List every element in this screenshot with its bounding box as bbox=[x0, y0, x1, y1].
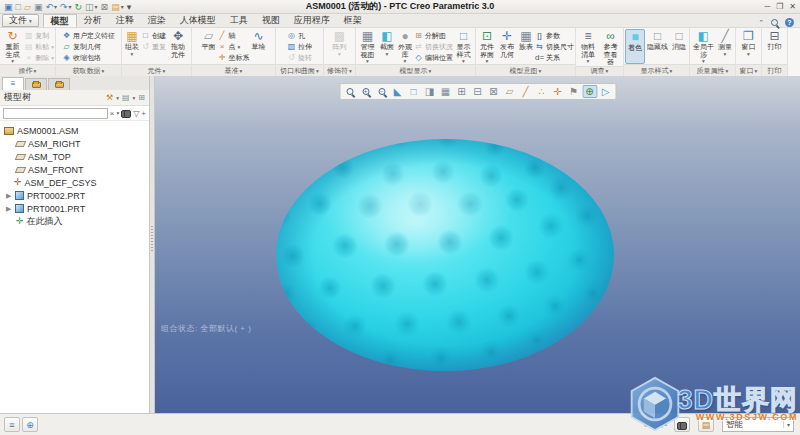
creo-window-button[interactable]: ▣ bbox=[4, 2, 13, 12]
datum-csys-button[interactable]: ✛ bbox=[550, 85, 565, 98]
datum-planes-button[interactable]: ▱ bbox=[502, 85, 517, 98]
hole-button[interactable]: ◎孔 bbox=[287, 30, 312, 41]
group-label-model-display[interactable]: 模型显示▾ bbox=[356, 64, 475, 76]
toggle-model-tree-button[interactable]: ≡ bbox=[4, 417, 20, 432]
edit-position-button[interactable]: ◇编辑位置 bbox=[414, 52, 453, 63]
tree-search-input[interactable] bbox=[3, 108, 108, 119]
datum-point-button[interactable]: ×点▾ bbox=[218, 41, 250, 52]
tab-applications[interactable]: 应用程序 bbox=[287, 14, 337, 27]
reference-viewer-button[interactable]: ∞ 参考查看器 bbox=[599, 29, 622, 66]
orient-mode-button[interactable]: ▷ bbox=[598, 85, 613, 98]
switch-dims-button[interactable]: ⇆切换尺寸 bbox=[535, 41, 574, 52]
find-icon[interactable] bbox=[121, 110, 131, 116]
manage-views-button[interactable]: ▦ 管理视图▾ bbox=[357, 29, 378, 64]
print-button[interactable]: ⊟ 打印 bbox=[766, 29, 784, 64]
tree-item-asm-def-csys[interactable]: ✛ASM_DEF_CSYS bbox=[0, 176, 149, 189]
help-icon[interactable]: ? bbox=[785, 18, 794, 27]
datum-plane-button[interactable]: ▱ 平面 bbox=[200, 29, 218, 64]
exploded-view-button[interactable]: ⊞分解图 bbox=[414, 30, 453, 41]
appearance-gallery-button[interactable]: ● 外观库▾ bbox=[396, 29, 414, 64]
new-button[interactable]: □ bbox=[16, 2, 21, 12]
group-label-model-intent[interactable]: 模型意图▾ bbox=[476, 64, 575, 76]
zoom-in-button[interactable]: + bbox=[358, 85, 373, 98]
maximize-icon[interactable]: ❐ bbox=[776, 2, 783, 11]
group-label-operations[interactable]: 操作▾ bbox=[0, 64, 55, 76]
repeat-button[interactable]: ↺重复 bbox=[141, 41, 166, 52]
navigator-tab-folder-browser[interactable] bbox=[25, 78, 47, 90]
global-interference-button[interactable]: ◧ 全局干涉▾ bbox=[691, 29, 716, 64]
save-button[interactable]: ▣ bbox=[34, 2, 43, 12]
tab-analysis[interactable]: 分析 bbox=[77, 14, 109, 27]
tree-item-prt0001[interactable]: ▶PRT0001.PRT bbox=[0, 202, 149, 215]
model-golf-ball[interactable] bbox=[155, 76, 798, 413]
datum-axes-button[interactable]: ╱ bbox=[518, 85, 533, 98]
saved-orientations-button[interactable]: ◨ bbox=[422, 85, 437, 98]
tab-annotate[interactable]: 注释 bbox=[109, 14, 141, 27]
sketch-button[interactable]: ∿ 草绘 bbox=[250, 29, 268, 64]
extrude-button[interactable]: ▧拉伸 bbox=[287, 41, 312, 52]
customize-button[interactable]: ▾ bbox=[127, 2, 132, 12]
assemble-button[interactable]: ▦ 组装▾ bbox=[123, 29, 141, 64]
clear-search-icon[interactable]: × bbox=[110, 109, 115, 118]
select-working-directory-button[interactable]: ▤▾ bbox=[111, 2, 124, 12]
add-filter-icon[interactable]: + bbox=[141, 109, 146, 118]
group-label-mass-properties[interactable]: 质量属性▾ bbox=[690, 64, 735, 76]
file-menu-button[interactable]: 文件▾ bbox=[2, 14, 39, 27]
undo-button[interactable]: ↶▾ bbox=[45, 2, 57, 12]
datum-axis-button[interactable]: ╱轴 bbox=[218, 30, 250, 41]
shrinkwrap-button[interactable]: ◈收缩包络 bbox=[62, 52, 115, 63]
group-label-cut-surface[interactable]: 切口和曲面▾ bbox=[276, 64, 323, 76]
tab-view[interactable]: 视图 bbox=[255, 14, 287, 27]
filter-icon[interactable]: ▽ bbox=[133, 109, 139, 118]
section-button[interactable]: ◧ 截面▾ bbox=[378, 29, 396, 64]
tree-settings-icon[interactable]: ⚒ bbox=[106, 93, 113, 102]
redo-button[interactable]: ↷▾ bbox=[60, 2, 72, 12]
publish-geometry-button[interactable]: ✛ 发布几何 bbox=[497, 29, 517, 64]
tab-model[interactable]: 模型 bbox=[43, 14, 77, 27]
group-label-window[interactable]: 窗口▾ bbox=[736, 64, 761, 76]
minimize-ribbon-icon[interactable]: ⌃ bbox=[758, 19, 764, 27]
family-table-button[interactable]: ▦ 族表 bbox=[517, 29, 535, 64]
hidden-line-button[interactable]: □ 隐藏线 bbox=[645, 29, 670, 64]
zoom-out-button[interactable]: − bbox=[374, 85, 389, 98]
capture-button[interactable]: ⊠ bbox=[486, 85, 501, 98]
group-label-print[interactable]: 打印 bbox=[762, 64, 787, 76]
copy-view-button[interactable]: ⊟ bbox=[470, 85, 485, 98]
shaded-button[interactable]: ■ 着色 bbox=[625, 29, 645, 64]
pattern-button[interactable]: ▩ 阵列▾ bbox=[331, 29, 349, 64]
no-hidden-button[interactable]: □ 消隐 bbox=[670, 29, 688, 64]
activate-window-button[interactable]: ⊞ bbox=[454, 85, 469, 98]
relations-button[interactable]: d=关系 bbox=[535, 52, 574, 63]
display-style-button[interactable]: □ 显示样式▾ bbox=[453, 29, 474, 64]
group-label-component[interactable]: 元件▾ bbox=[122, 64, 191, 76]
tree-expand-icon[interactable]: ⊞ bbox=[138, 93, 145, 102]
drag-component-button[interactable]: ✥ 拖动元件 bbox=[166, 29, 190, 64]
tab-render[interactable]: 渲染 bbox=[141, 14, 173, 27]
datum-points-button[interactable]: ∴ bbox=[534, 85, 549, 98]
tree-item-asm-right[interactable]: ASM_RIGHT bbox=[0, 137, 149, 150]
regenerate-button[interactable]: ↻ 重新生成▾ bbox=[1, 29, 24, 64]
group-label-investigate[interactable]: 调查▾ bbox=[576, 66, 623, 77]
command-search-icon[interactable] bbox=[771, 19, 778, 26]
close-window-button[interactable]: ⊠ bbox=[101, 2, 109, 12]
open-button[interactable]: ▱ bbox=[24, 2, 31, 12]
tab-framework[interactable]: 框架 bbox=[337, 14, 369, 27]
group-label-display-styles[interactable]: 显示样式▾ bbox=[624, 64, 689, 76]
minimize-icon[interactable]: ─ bbox=[764, 2, 770, 11]
navigator-tab-model-tree[interactable]: ≡ bbox=[2, 77, 24, 90]
delete-button[interactable]: ×删除▾ bbox=[24, 52, 54, 63]
toggle-browser-button[interactable]: ⊕ bbox=[22, 417, 38, 432]
regenerate-quick-button[interactable]: ↻ bbox=[75, 2, 83, 12]
group-label-datum[interactable]: 基准▾ bbox=[192, 64, 275, 76]
windows-button[interactable]: ◫▾ bbox=[85, 2, 98, 12]
revolve-button[interactable]: ↺旋转 bbox=[287, 52, 312, 63]
annotations-button[interactable]: ⚑ bbox=[566, 85, 581, 98]
tab-tools[interactable]: 工具 bbox=[223, 14, 255, 27]
window-button[interactable]: ❐ 窗口▾ bbox=[740, 29, 758, 64]
expand-caret-icon[interactable]: ▶ bbox=[6, 192, 12, 200]
component-interface-button[interactable]: ⊡ 元件界面▾ bbox=[477, 29, 497, 64]
tree-show-icon[interactable]: ▤ bbox=[122, 93, 130, 102]
navigator-tab-favorites[interactable] bbox=[48, 78, 70, 90]
expand-caret-icon[interactable]: ▶ bbox=[6, 205, 12, 213]
parameters-button[interactable]: []参数 bbox=[535, 30, 574, 41]
